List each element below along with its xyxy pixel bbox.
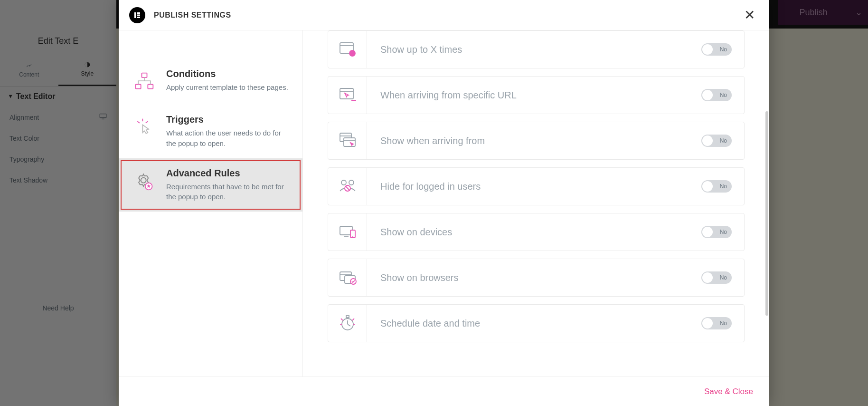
rule-label: Show when arriving from [367, 135, 701, 146]
toggle-value: No [720, 92, 727, 98]
toggle-show-devices[interactable]: No [701, 226, 732, 238]
nav-triggers-desc: What action the user needs to do for the… [166, 128, 290, 149]
nav-conditions-title: Conditions [166, 68, 288, 79]
svg-rect-45 [346, 316, 349, 318]
nav-item-advanced-rules[interactable]: Advanced Rules Requirements that have to… [119, 158, 302, 212]
toggle-schedule[interactable]: No [701, 317, 732, 329]
rule-show-x-times: Show up to X times No [328, 30, 745, 68]
svg-point-37 [352, 236, 353, 237]
modal-footer: Save & Close [119, 377, 769, 406]
rule-schedule: Schedule date and time No [328, 304, 745, 342]
nav-advanced-title: Advanced Rules [166, 168, 290, 179]
modal-title: PUBLISH SETTINGS [154, 11, 231, 19]
toggle-hide-logged-in[interactable]: No [701, 180, 732, 193]
svg-rect-11 [142, 73, 147, 77]
toggle-arriving-url[interactable]: No [701, 89, 732, 101]
svg-rect-8 [137, 12, 140, 14]
gear-star-icon [131, 168, 158, 194]
rule-arriving-from: Show when arriving from No [328, 122, 745, 160]
rule-label: When arriving from specific URL [367, 90, 701, 101]
rule-show-devices: Show on devices No [328, 213, 745, 251]
nav-triggers-title: Triggers [166, 114, 290, 125]
modal-header: PUBLISH SETTINGS ✕ [119, 0, 769, 30]
rule-label: Show on browsers [367, 272, 701, 283]
nav-advanced-desc: Requirements that have to be met for the… [166, 182, 290, 203]
elementor-logo-icon [129, 7, 145, 23]
svg-rect-12 [136, 85, 141, 89]
users-blocked-icon [328, 168, 367, 205]
modal-body: Conditions Apply current template to the… [119, 30, 769, 377]
nav-item-triggers[interactable]: Triggers What action the user needs to d… [119, 105, 302, 158]
close-icon[interactable]: ✕ [740, 5, 759, 25]
click-icon [131, 114, 158, 141]
svg-point-31 [349, 180, 354, 185]
svg-line-16 [146, 121, 148, 123]
toggle-arriving-from[interactable]: No [701, 135, 732, 147]
nav-conditions-desc: Apply current template to these pages. [166, 82, 288, 93]
svg-rect-9 [137, 14, 140, 16]
svg-point-30 [341, 180, 346, 185]
nav-item-conditions[interactable]: Conditions Apply current template to the… [119, 59, 302, 105]
toggle-value: No [720, 274, 727, 281]
rule-label: Show on devices [367, 227, 701, 238]
rule-label: Show up to X times [367, 44, 701, 55]
save-close-button[interactable]: Save & Close [704, 387, 753, 396]
svg-rect-10 [137, 17, 140, 18]
stopwatch-icon [328, 305, 367, 342]
windows-stack-icon [328, 122, 367, 159]
toggle-show-browsers[interactable]: No [701, 271, 732, 284]
window-user-icon [328, 31, 367, 68]
svg-rect-28 [344, 138, 355, 146]
rule-label: Schedule date and time [367, 318, 701, 329]
svg-point-17 [141, 177, 146, 183]
modal-nav: Conditions Apply current template to the… [119, 30, 303, 377]
devices-icon [328, 213, 367, 251]
rule-label: Hide for logged in users [367, 181, 701, 192]
window-cursor-icon [328, 77, 367, 114]
toggle-value: No [720, 320, 727, 327]
hierarchy-icon [131, 68, 158, 95]
toggle-show-x-times[interactable]: No [701, 43, 732, 56]
rule-show-browsers: Show on browsers No [328, 259, 745, 297]
svg-rect-7 [134, 12, 136, 18]
toggle-value: No [720, 46, 727, 53]
modal-main: Show up to X times No When arriving from… [303, 30, 769, 377]
svg-rect-25 [351, 100, 356, 101]
rule-hide-logged-in: Hide for logged in users No [328, 167, 745, 205]
svg-line-47 [352, 319, 354, 320]
svg-line-15 [137, 121, 140, 123]
browsers-check-icon [328, 259, 367, 296]
publish-settings-modal: PUBLISH SETTINGS ✕ Conditions Apply curr… [119, 0, 769, 406]
toggle-value: No [720, 229, 727, 235]
svg-line-44 [348, 324, 350, 326]
scrollbar-thumb[interactable] [765, 111, 768, 316]
toggle-value: No [720, 183, 727, 190]
svg-line-46 [341, 319, 343, 320]
svg-rect-13 [148, 85, 153, 89]
rules-list: Show up to X times No When arriving from… [328, 30, 745, 357]
rule-arriving-url: When arriving from specific URL No [328, 76, 745, 114]
toggle-value: No [720, 137, 727, 144]
